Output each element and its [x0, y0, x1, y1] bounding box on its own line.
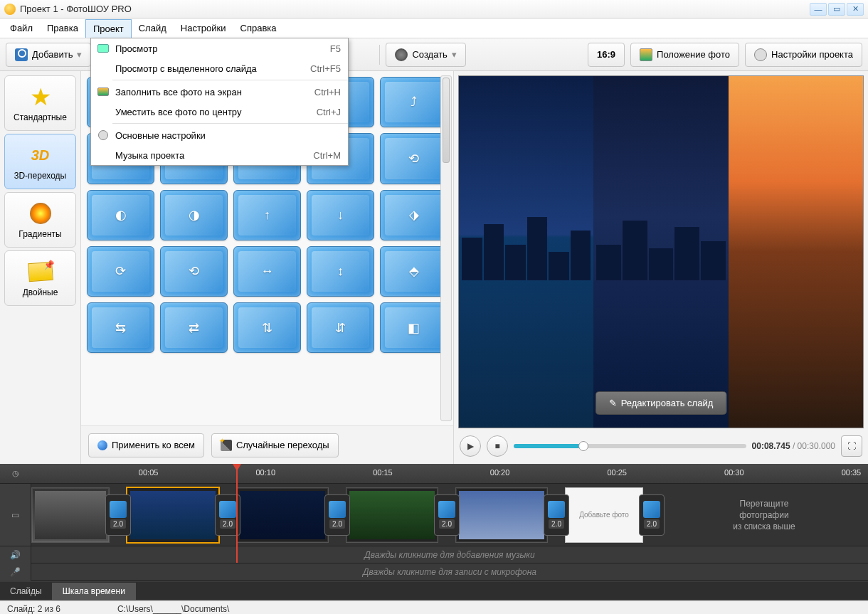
timeline: ◷ 00:05 00:10 00:15 00:20 00:25 00:30 00…	[0, 464, 868, 582]
drop-hint: Перетащите фотографии из списка выше	[660, 499, 868, 531]
create-button[interactable]: Создать ▾	[386, 43, 465, 67]
photo-icon	[640, 48, 652, 61]
3d-icon: 3D	[26, 142, 55, 168]
timeline-ruler[interactable]: ◷ 00:05 00:10 00:15 00:20 00:25 00:30 00…	[0, 464, 868, 484]
video-track-icon: ▭	[0, 484, 31, 546]
photo-icon	[97, 88, 109, 96]
mic-icon: 🎤	[0, 563, 31, 581]
minimize-button[interactable]: —	[810, 3, 827, 16]
play-button[interactable]: ▶	[460, 435, 481, 457]
transition-item[interactable]: ⇵	[307, 302, 374, 353]
audio-track[interactable]: 🔊 Дважды кликните для добавления музыки	[0, 546, 868, 563]
aspect-ratio-button[interactable]: 16:9	[588, 43, 625, 67]
menu-project-music[interactable]: Музыка проекта Ctrl+M	[91, 145, 348, 165]
tab-timeline[interactable]: Шкала времени	[53, 583, 136, 600]
category-double[interactable]: Двойные	[4, 250, 76, 306]
menu-settings[interactable]: Настройки	[174, 19, 233, 37]
category-standard[interactable]: ★ Стандартные	[4, 75, 76, 131]
transition-chip[interactable]: 2.0	[105, 494, 131, 536]
wand-icon	[221, 440, 232, 451]
video-track-content[interactable]: 2.0 2.0 2.0 2.0 2.0 Добавьте фото 2.0 Пе…	[31, 484, 868, 546]
scrollbar-thumb[interactable]	[443, 78, 450, 163]
transition-item[interactable]: ↓	[307, 190, 374, 240]
transition-item[interactable]: ↕	[307, 246, 374, 297]
fullscreen-button[interactable]: ⛶	[841, 435, 862, 457]
maximize-button[interactable]: ▭	[828, 3, 845, 16]
titlebar: Проект 1 - ФотоШОУ PRO — ▭ ✕	[0, 0, 868, 18]
menu-fit-center[interactable]: Уместить все фото по центру Ctrl+J	[91, 102, 348, 122]
transition-item[interactable]: ◐	[87, 190, 154, 240]
preview-image-right	[729, 76, 863, 428]
edit-slide-button[interactable]: ✎ Редактировать слайд	[596, 391, 727, 415]
note-icon	[26, 259, 55, 285]
transition-item[interactable]: ⟲	[160, 246, 228, 297]
random-transitions-button[interactable]: Случайные переходы	[211, 433, 339, 457]
project-settings-button[interactable]: Настройки проекта	[745, 43, 862, 67]
app-icon	[4, 4, 16, 15]
transition-item[interactable]: ⇅	[233, 302, 301, 353]
audio-hint[interactable]: Дважды кликните для добавления музыки	[31, 546, 868, 563]
add-button[interactable]: Добавить ▾	[6, 43, 91, 67]
menu-help[interactable]: Справка	[233, 19, 284, 37]
photo-position-button[interactable]: Положение фото	[630, 43, 739, 67]
menu-preview-shortcut: F5	[330, 43, 341, 54]
transition-chip[interactable]: 2.0	[639, 494, 665, 536]
transition-chip[interactable]: 2.0	[544, 494, 569, 536]
project-dropdown: Просмотр F5 Просмотр с выделенного слайд…	[90, 38, 349, 166]
add-photo-placeholder[interactable]: Добавьте фото	[565, 487, 643, 543]
time-display: 00:08.745 / 00:30.000	[752, 441, 835, 451]
transition-item[interactable]: ⇄	[160, 302, 228, 353]
transition-item[interactable]: ◧	[380, 302, 448, 353]
seek-slider[interactable]	[514, 444, 746, 448]
menu-fill-screen[interactable]: Заполнить все фото на экран Ctrl+H	[91, 82, 348, 102]
transition-item[interactable]: ⬘	[380, 246, 448, 297]
transition-item[interactable]: ↔	[233, 246, 301, 297]
pencil-icon: ✎	[609, 398, 617, 408]
transition-item[interactable]: ⬗	[380, 190, 448, 240]
stop-button[interactable]: ■	[487, 435, 508, 457]
monitor-icon	[97, 44, 109, 53]
mic-hint[interactable]: Дважды кликните для записи с микрофона	[31, 563, 868, 580]
category-3d[interactable]: 3D 3D-переходы	[4, 134, 76, 189]
preview-image-mid	[593, 76, 728, 428]
tab-slides[interactable]: Слайды	[0, 583, 53, 600]
transition-chip[interactable]: 2.0	[434, 494, 460, 536]
window-title: Проект 1 - ФотоШОУ PRO	[20, 4, 132, 14]
playhead[interactable]	[236, 464, 238, 563]
menu-slide[interactable]: Слайд	[132, 19, 174, 37]
transition-item[interactable]: ⇆	[87, 302, 154, 353]
camera-icon	[15, 48, 28, 61]
clip[interactable]	[346, 487, 438, 543]
scrollbar[interactable]	[440, 75, 452, 421]
menu-edit[interactable]: Правка	[40, 19, 85, 37]
transition-chip[interactable]: 2.0	[324, 494, 350, 536]
category-gradients[interactable]: Градиенты	[4, 192, 76, 248]
transition-item[interactable]: ↑	[233, 190, 301, 240]
menu-file[interactable]: Файл	[3, 19, 40, 37]
close-button[interactable]: ✕	[847, 3, 864, 16]
transition-item[interactable]: ◑	[160, 190, 228, 240]
bottom-tabs: Слайды Шкала времени	[0, 582, 868, 600]
clip[interactable]	[31, 487, 110, 543]
clip-selected[interactable]	[127, 487, 219, 543]
speaker-icon: 🔊	[0, 546, 31, 563]
clip[interactable]	[455, 487, 548, 543]
apply-all-button[interactable]: Применить ко всем	[88, 433, 204, 457]
mic-track[interactable]: 🎤 Дважды кликните для записи с микрофона	[0, 563, 868, 581]
transition-item[interactable]: ⤴	[380, 77, 448, 127]
menu-project[interactable]: Проект	[85, 19, 132, 38]
transition-item[interactable]: ⟲	[380, 133, 448, 184]
gear-icon	[754, 48, 767, 61]
preview-canvas[interactable]: ✎ Редактировать слайд	[458, 75, 864, 428]
transition-item[interactable]: ⟳	[87, 246, 154, 297]
menu-preview[interactable]: Просмотр F5	[91, 38, 348, 58]
statusbar: Слайд: 2 из 6 C:\Users\______\Documents\	[0, 600, 868, 614]
menu-main-settings[interactable]: Основные настройки	[91, 125, 348, 145]
menu-preview-selected[interactable]: Просмотр с выделенного слайда Ctrl+F5	[91, 58, 348, 78]
menubar: Файл Правка Проект Слайд Настройки Справ…	[0, 18, 868, 38]
clip[interactable]	[236, 487, 329, 543]
preview-image-left	[459, 76, 593, 428]
globe-icon	[97, 440, 107, 450]
video-track: ▭ 2.0 2.0 2.0 2.0 2.0 Добавьте фото 2.0 …	[0, 484, 868, 546]
seek-thumb[interactable]	[578, 441, 588, 451]
